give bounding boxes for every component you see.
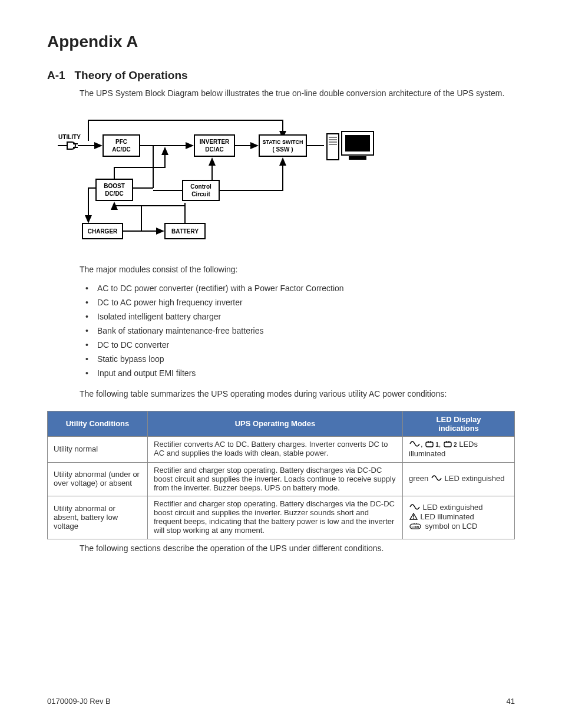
- th-utility: Utility Conditions: [48, 411, 148, 436]
- outlet-icon: [425, 440, 435, 450]
- list-item: Bank of stationary maintenance-free batt…: [80, 324, 515, 338]
- sine-icon: [431, 475, 442, 484]
- outro-paragraph: The following sections describe the oper…: [80, 543, 515, 555]
- page-footer: 0170009-J0 Rev B 41: [47, 697, 515, 706]
- svg-text:BATTERY: BATTERY: [171, 228, 199, 235]
- sine-icon: [409, 440, 420, 450]
- list-item: Input and output EMI filters: [80, 366, 515, 380]
- svg-rect-13: [259, 135, 306, 156]
- modules-intro: The major modules consist of the followi…: [80, 264, 515, 276]
- svg-text:LOW: LOW: [412, 525, 420, 529]
- svg-text:DC/DC: DC/DC: [105, 190, 124, 197]
- svg-text:Control: Control: [190, 183, 211, 190]
- appendix-heading: Appendix A: [47, 32, 515, 51]
- table-row: Utility abnormal (under or over voltage)…: [48, 462, 515, 496]
- svg-text:AC/DC: AC/DC: [112, 146, 131, 153]
- block-diagram: .bx { fill:#fff; stroke:#000; stroke-wid…: [47, 111, 515, 249]
- th-modes: UPS Operating Modes: [148, 411, 403, 436]
- svg-point-47: [413, 518, 414, 519]
- section-title: Theory of Operations: [74, 69, 187, 81]
- svg-rect-24: [349, 156, 366, 160]
- warning-icon: [409, 513, 418, 522]
- list-item: AC to DC power converter (rectifier) wit…: [80, 281, 515, 295]
- sine-icon: [409, 503, 420, 513]
- modules-list: AC to DC power converter (rectifier) wit…: [80, 281, 515, 380]
- svg-rect-40: [426, 442, 433, 447]
- low-battery-icon: LOW: [409, 522, 422, 532]
- table-row: Utility abnormal or absent, battery low …: [48, 496, 515, 539]
- doc-id: 0170009-J0 Rev B: [47, 697, 111, 706]
- table-intro: The following table summarizes the UPS o…: [80, 388, 515, 400]
- operating-modes-table: Utility Conditions UPS Operating Modes L…: [47, 411, 515, 539]
- list-item: DC to AC power high frequency inverter: [80, 295, 515, 309]
- th-led: LED Display indications: [403, 411, 515, 436]
- svg-text:Circuit: Circuit: [191, 191, 210, 197]
- svg-rect-17: [327, 134, 339, 160]
- list-item: Isolated intelligent battery charger: [80, 309, 515, 324]
- svg-text:( SSW ): ( SSW ): [273, 146, 293, 153]
- load-icon: [327, 131, 373, 160]
- ups-block-diagram-svg: .bx { fill:#fff; stroke:#000; stroke-wid…: [47, 111, 383, 247]
- list-item: Static bypass loop: [80, 352, 515, 366]
- svg-rect-43: [444, 442, 451, 447]
- section-heading: A-1 Theory of Operations: [47, 69, 515, 82]
- section-number: A-1: [47, 69, 65, 81]
- page-number: 41: [507, 697, 515, 706]
- svg-text:UTILITY: UTILITY: [58, 134, 81, 140]
- svg-text:INVERTER: INVERTER: [200, 139, 230, 145]
- svg-rect-23: [345, 135, 370, 151]
- svg-text:STATIC SWITCH: STATIC SWITCH: [262, 139, 303, 145]
- intro-paragraph: The UPS System Block Diagram below illus…: [80, 88, 515, 100]
- svg-text:CHARGER: CHARGER: [88, 228, 118, 235]
- list-item: DC to DC converter: [80, 338, 515, 352]
- svg-text:PFC: PFC: [115, 139, 127, 145]
- outlet-icon: [444, 440, 453, 450]
- svg-text:DC/AC: DC/AC: [205, 146, 224, 153]
- table-row: Utility normal Rectifier converts AC to …: [48, 436, 515, 462]
- svg-text:BOOST: BOOST: [104, 183, 125, 189]
- plug-icon: [58, 142, 78, 149]
